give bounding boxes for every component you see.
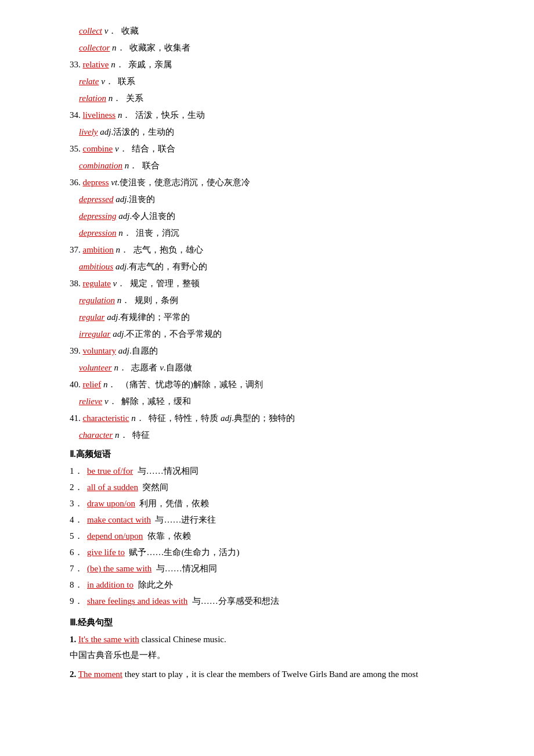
entry-ambitious: ambitious adj.有志气的，有野心的 xyxy=(70,259,464,275)
entry-37: 37. ambition n． 志气，抱负，雄心 xyxy=(70,242,464,258)
phrase-6: 6． give life to 赋予……生命(生命力，活力) xyxy=(70,545,464,560)
entry-relation: relation n． 关系 xyxy=(70,91,464,106)
phrase-2: 2． all of a sudden 突然间 xyxy=(70,480,464,495)
entry-combination: combination n． 联合 xyxy=(70,158,464,174)
word-collector: collector n． 收藏家，收集者 xyxy=(79,43,190,52)
entry-character: character n． 特征 xyxy=(70,427,464,443)
section3-header: Ⅲ.经典句型 xyxy=(70,615,464,631)
phrase-9: 9． share feelings and ideas with 与……分享感受… xyxy=(70,593,464,609)
sentence-1: 1. It's the same with classical Chinese … xyxy=(70,632,464,663)
entry-34-main: 34. liveliness n． 活泼，快乐，生动 xyxy=(70,110,205,120)
entry-35: 35. combine v． 结合，联合 xyxy=(70,141,464,157)
entry-relate: relate v． 联系 xyxy=(70,74,464,89)
phrase-1: 1． be true of/for 与……情况相同 xyxy=(70,463,464,479)
word-collect: collect v． 收藏 xyxy=(79,26,139,35)
entry-relieve: relieve v． 解除，减轻，缓和 xyxy=(70,394,464,409)
entry-depressing: depressing adj.令人沮丧的 xyxy=(70,208,464,224)
entry-39: 39. voluntary adj.自愿的 xyxy=(70,343,464,359)
sentence-1-translation: 中国古典音乐也是一样。 xyxy=(70,647,464,663)
sentence-1-text: 1. It's the same with classical Chinese … xyxy=(70,635,226,644)
phrase-4: 4． make contact with 与……进行来往 xyxy=(70,512,464,528)
phrase-5: 5． depend on/upon 依靠，依赖 xyxy=(70,528,464,544)
phrase-8: 8． in addition to 除此之外 xyxy=(70,577,464,593)
entry-34: 34. liveliness n． 活泼，快乐，生动 xyxy=(70,107,464,123)
entry-40-main: 40. relief n． （痛苦、忧虑等的)解除，减轻，调剂 xyxy=(70,380,263,389)
entry-33: 33. relative n． 亲戚，亲属 xyxy=(70,57,464,73)
entry-irregular: irregular adj.不正常的，不合乎常规的 xyxy=(70,326,464,342)
entry-41: 41. characteristic n． 特征，特性，特质 adj.典型的；独… xyxy=(70,411,464,426)
entry-36-main: 36. depress vt.使沮丧，使意志消沉，使心灰意冷 xyxy=(70,178,250,187)
phrase-7: 7． (be) the same with 与……情况相同 xyxy=(70,561,464,577)
entry-depressed: depressed adj.沮丧的 xyxy=(70,192,464,207)
entry-40: 40. relief n． （痛苦、忧虑等的)解除，减轻，调剂 xyxy=(70,377,464,393)
entry-collect: collect v． 收藏 xyxy=(70,23,464,39)
entry-lively: lively adj.活泼的，生动的 xyxy=(70,124,464,140)
entry-depression: depression n． 沮丧，消沉 xyxy=(70,225,464,241)
entry-41-main: 41. characteristic n． 特征，特性，特质 adj.典型的；独… xyxy=(70,413,295,423)
entry-35-main: 35. combine v． 结合，联合 xyxy=(70,144,175,153)
entry-regulation: regulation n． 规则，条例 xyxy=(70,293,464,308)
entry-33-main: 33. relative n． 亲戚，亲属 xyxy=(70,60,172,69)
sentence-2-text: 2. The moment they start to play，it is c… xyxy=(70,669,418,679)
entry-37-main: 37. ambition n． 志气，抱负，雄心 xyxy=(70,245,203,254)
entry-38-main: 38. regulate v． 规定，管理，整顿 xyxy=(70,279,200,288)
entry-regular: regular adj.有规律的；平常的 xyxy=(70,309,464,325)
entry-36: 36. depress vt.使沮丧，使意志消沉，使心灰意冷 xyxy=(70,175,464,190)
section2-header: Ⅱ.高频短语 xyxy=(70,447,464,462)
entry-39-main: 39. voluntary adj.自愿的 xyxy=(70,346,158,355)
phrase-3: 3． draw upon/on 利用，凭借，依赖 xyxy=(70,496,464,512)
sentence-2: 2. The moment they start to play，it is c… xyxy=(70,667,464,682)
entry-38: 38. regulate v． 规定，管理，整顿 xyxy=(70,276,464,291)
entry-collector: collector n． 收藏家，收集者 xyxy=(70,40,464,56)
entry-volunteer: volunteer n． 志愿者 v.自愿做 xyxy=(70,360,464,376)
